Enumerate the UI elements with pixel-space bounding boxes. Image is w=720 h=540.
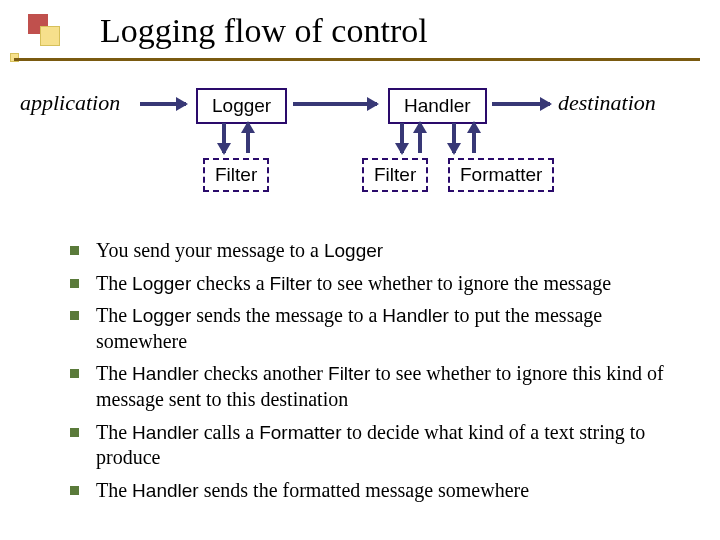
box-filter-logger: Filter [203,158,269,192]
label-destination: destination [558,90,656,116]
slide-header: Logging flow of control [0,0,720,68]
arrow-logger-to-handler [293,102,377,106]
arrow-logger-to-filter [222,123,226,153]
list-item: The Handler checks another Filter to see… [70,361,680,412]
bullet-list: You send your message to a Logger The Lo… [0,238,720,503]
box-logger: Logger [196,88,287,124]
title-underline [14,58,700,61]
list-item: The Handler sends the formatted message … [70,478,680,504]
arrow-filter-to-handler [418,123,422,153]
arrow-handler-to-formatter [452,123,456,153]
page-title: Logging flow of control [100,12,720,50]
decor-square-yellow [40,26,60,46]
list-item: The Handler calls a Formatter to decide … [70,420,680,471]
box-handler: Handler [388,88,487,124]
arrow-app-to-logger [140,102,186,106]
list-item: The Logger sends the message to a Handle… [70,303,680,354]
list-item: The Logger checks a Filter to see whethe… [70,271,680,297]
box-formatter: Formatter [448,158,554,192]
flow-diagram: application Logger Handler destination F… [0,68,720,238]
box-filter-handler: Filter [362,158,428,192]
arrow-formatter-to-handler [472,123,476,153]
arrow-handler-to-filter [400,123,404,153]
arrow-filter-to-logger [246,123,250,153]
list-item: You send your message to a Logger [70,238,680,264]
arrow-handler-to-destination [492,102,550,106]
label-application: application [20,90,120,116]
